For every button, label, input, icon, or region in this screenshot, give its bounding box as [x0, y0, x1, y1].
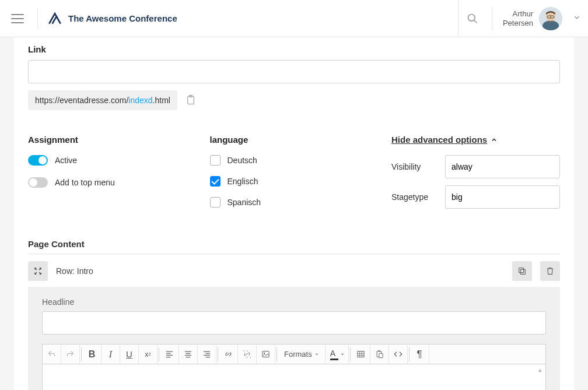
align-center-icon: [184, 350, 192, 359]
divider: [37, 8, 38, 29]
caret-down-icon: [314, 352, 319, 357]
formats-dropdown[interactable]: Formats: [278, 345, 326, 364]
active-toggle-row: Active: [28, 155, 187, 166]
language-column: language Deutsch Englisch Spanisch: [210, 135, 369, 218]
paragraph-button[interactable]: ¶: [411, 345, 429, 364]
user-section: Arthur Petersen: [492, 7, 581, 30]
svg-rect-13: [358, 352, 364, 357]
page-body: Link https://eventadresse.com/indexd.htm…: [0, 37, 588, 390]
bold-button[interactable]: B: [83, 345, 102, 364]
align-center-button[interactable]: [179, 345, 198, 364]
user-last-name: Petersen: [503, 19, 533, 28]
svg-rect-15: [378, 350, 380, 352]
url-slug: indexd: [128, 96, 152, 105]
user-name: Arthur Petersen: [503, 9, 533, 27]
divider: [28, 254, 560, 254]
align-left-button[interactable]: [160, 345, 179, 364]
expand-row-button[interactable]: [28, 261, 48, 281]
align-right-icon: [202, 350, 211, 359]
svg-point-12: [264, 352, 265, 354]
lang-deutsch-label: Deutsch: [228, 156, 257, 165]
expand-icon: [33, 266, 43, 276]
brand-logo-icon: [47, 11, 62, 26]
code-button[interactable]: [389, 345, 408, 364]
active-toggle[interactable]: [28, 155, 48, 166]
link-icon: [224, 350, 233, 359]
delete-row-button[interactable]: [540, 261, 560, 281]
caret-down-icon: [340, 352, 345, 357]
brand-title: The Awesome Conference: [68, 13, 177, 23]
visibility-input[interactable]: [445, 155, 560, 178]
url-suffix: .html: [153, 96, 170, 105]
link-input[interactable]: [28, 60, 560, 83]
svg-point-0: [468, 14, 475, 21]
advanced-toggle[interactable]: Hide advanced options: [391, 135, 560, 145]
svg-line-1: [474, 20, 477, 23]
underline-button[interactable]: U: [120, 345, 139, 364]
assignment-title: Assignment: [28, 135, 187, 145]
italic-button[interactable]: I: [102, 345, 120, 364]
copy-icon: [517, 266, 527, 276]
link-button[interactable]: [219, 345, 238, 364]
clipboard-icon: [186, 94, 196, 106]
lang-spanisch-checkbox[interactable]: [210, 197, 220, 208]
copy-url-button[interactable]: [186, 94, 197, 107]
row-label: Row: Intro: [56, 266, 504, 276]
editor-body[interactable]: ▲: [43, 364, 545, 390]
align-left-icon: [165, 350, 174, 359]
active-toggle-label: Active: [55, 156, 77, 165]
paste-icon: [375, 350, 384, 359]
table-button[interactable]: [352, 345, 370, 364]
lang-deutsch-row: Deutsch: [210, 155, 369, 166]
lang-englisch-checkbox[interactable]: [210, 176, 220, 187]
user-dropdown-button[interactable]: [573, 13, 581, 23]
headline-input[interactable]: [42, 311, 546, 335]
paste-button[interactable]: [370, 345, 389, 364]
code-icon: [394, 350, 402, 359]
undo-button[interactable]: [43, 345, 61, 364]
app-header: The Awesome Conference Arthur Petersen: [0, 0, 588, 37]
scroll-up-arrow[interactable]: ▲: [537, 367, 543, 373]
formats-label: Formats: [284, 350, 312, 359]
search-icon: [467, 13, 478, 24]
undo-icon: [47, 350, 56, 359]
avatar-person-icon: [539, 7, 562, 30]
language-title: language: [210, 135, 369, 145]
superscript-button[interactable]: x2: [139, 345, 158, 364]
visibility-row: Visibility: [391, 155, 560, 178]
unlink-button[interactable]: [238, 345, 257, 364]
redo-button[interactable]: [61, 345, 80, 364]
lang-englisch-row: Englisch: [210, 176, 369, 187]
chevron-up-icon: [491, 136, 498, 143]
menu-button[interactable]: [0, 0, 35, 37]
url-prefix: https://eventadresse.com/: [35, 96, 128, 105]
stagetype-row: Stagetype: [391, 185, 560, 209]
align-right-button[interactable]: [198, 345, 216, 364]
lang-englisch-label: Englisch: [228, 177, 258, 186]
advanced-toggle-label: Hide advanced options: [391, 135, 487, 145]
lang-spanisch-label: Spanisch: [228, 198, 261, 207]
avatar[interactable]: [539, 7, 562, 30]
chevron-down-icon: [573, 13, 581, 22]
top-menu-toggle-label: Add to top menu: [55, 178, 115, 187]
visibility-label: Visibility: [391, 162, 433, 171]
lang-deutsch-checkbox[interactable]: [210, 155, 220, 166]
svg-rect-10: [520, 269, 525, 274]
content-card: Link https://eventadresse.com/indexd.htm…: [14, 37, 574, 390]
page-content-title: Page Content: [28, 239, 560, 249]
image-icon: [261, 350, 270, 359]
duplicate-row-button[interactable]: [512, 261, 532, 281]
stagetype-input[interactable]: [445, 185, 560, 209]
hamburger-icon: [11, 14, 24, 23]
top-menu-toggle[interactable]: [28, 177, 48, 188]
content-block: Headline B I U x2: [28, 287, 560, 390]
brand[interactable]: The Awesome Conference: [47, 11, 177, 26]
headline-label: Headline: [42, 297, 546, 307]
image-button[interactable]: [257, 345, 275, 364]
font-color-button[interactable]: A: [326, 345, 349, 364]
row-header: Row: Intro: [28, 261, 560, 281]
svg-rect-9: [519, 268, 524, 273]
search-button[interactable]: [458, 0, 487, 37]
advanced-column: Hide advanced options Visibility Stagety…: [391, 135, 560, 218]
top-menu-toggle-row: Add to top menu: [28, 177, 187, 188]
